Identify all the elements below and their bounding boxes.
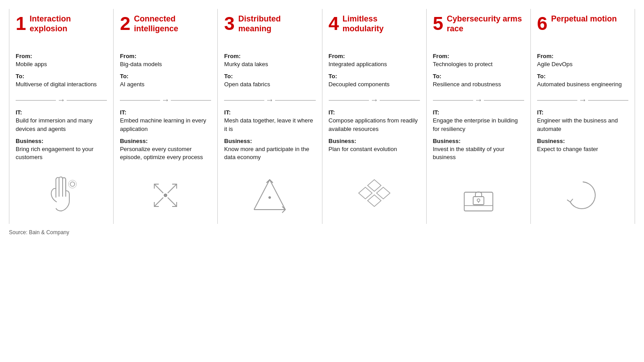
from-text-3: Murky data lakes — [224, 60, 315, 68]
svg-line-10 — [168, 198, 177, 206]
col-header-2: 2 Connected intelligence — [120, 14, 211, 46]
column-4: 4 Limitless modularity From: Integrated … — [322, 9, 427, 224]
it-label-4: IT: — [329, 109, 420, 116]
to-text-5: Resilience and robustness — [433, 80, 524, 88]
col-number-6: 6 — [537, 14, 547, 33]
col-title-5: Cybersecurity arms race — [447, 14, 524, 34]
to-text-3: Open data fabrics — [224, 80, 315, 88]
main-grid: 1 Interaction explosion From: Mobile app… — [9, 9, 635, 224]
svg-point-23 — [477, 199, 480, 202]
business-text-1: Bring rich engagement to your customers — [16, 145, 107, 161]
col-title-6: Perpetual motion — [551, 14, 617, 24]
column-6: 6 Perpetual motion From: Agile DevOps To… — [531, 9, 635, 224]
it-label-3: IT: — [224, 109, 315, 116]
svg-marker-17 — [377, 187, 390, 199]
from-text-2: Big-data models — [120, 60, 211, 68]
it-text-3: Mesh data together, leave it where it is — [224, 117, 315, 133]
business-label-2: Business: — [120, 138, 211, 144]
from-label-3: From: — [224, 53, 315, 59]
col-title-2: Connected intelligence — [134, 14, 212, 34]
business-text-2: Personalize every customer episode, opti… — [120, 145, 211, 161]
col-number-2: 2 — [120, 14, 130, 33]
svg-point-5 — [68, 180, 76, 188]
icon-area-2 — [120, 166, 211, 219]
to-label-5: To: — [433, 73, 524, 80]
svg-line-7 — [154, 184, 163, 193]
business-text-4: Plan for constant evolution — [329, 145, 420, 153]
it-label-6: IT: — [537, 109, 628, 116]
it-label-5: IT: — [433, 109, 524, 116]
to-text-4: Decoupled components — [329, 80, 420, 88]
svg-line-8 — [168, 184, 177, 193]
svg-line-9 — [154, 198, 163, 206]
to-label-2: To: — [120, 73, 211, 80]
chevron-icon-3: ⤑ — [267, 97, 272, 104]
svg-rect-22 — [473, 197, 484, 205]
icon-area-5 — [433, 166, 524, 219]
svg-marker-15 — [368, 180, 381, 191]
it-label-2: IT: — [120, 109, 211, 116]
divider-6: ⤑ — [537, 97, 628, 104]
it-text-5: Engage the enterprise in building for re… — [433, 117, 524, 133]
from-label-4: From: — [329, 53, 420, 59]
divider-3: ⤑ — [224, 97, 315, 104]
chevron-icon-6: ⤑ — [580, 97, 585, 104]
col-header-1: 1 Interaction explosion — [16, 14, 107, 46]
it-label-1: IT: — [16, 109, 107, 116]
col-number-4: 4 — [329, 14, 339, 33]
column-5: 5 Cybersecurity arms race From: Technolo… — [427, 9, 531, 224]
footer-source: Source: Bain & Company — [9, 229, 635, 236]
business-text-6: Expect to change faster — [537, 145, 628, 153]
from-label-2: From: — [120, 53, 211, 59]
svg-marker-16 — [359, 187, 372, 199]
chevron-icon-5: ⤑ — [476, 97, 481, 104]
business-text-5: Invest in the stability of your business — [433, 145, 524, 161]
col-number-3: 3 — [224, 14, 234, 33]
col-number-5: 5 — [433, 14, 443, 33]
it-text-2: Embed machine learning in every applicat… — [120, 117, 211, 133]
icon-area-1 — [16, 166, 107, 219]
from-text-5: Technologies to protect — [433, 60, 524, 68]
icon-area-4 — [329, 166, 420, 219]
business-label-5: Business: — [433, 138, 524, 144]
chevron-icon-2: ⤑ — [163, 97, 168, 104]
col-header-3: 3 Distributed meaning — [224, 14, 315, 46]
chevron-icon-4: ⤑ — [372, 97, 377, 104]
col-header-4: 4 Limitless modularity — [329, 14, 420, 46]
col-header-5: 5 Cybersecurity arms race — [433, 14, 524, 46]
from-label-5: From: — [433, 53, 524, 59]
svg-point-14 — [269, 197, 271, 198]
from-text-1: Mobile apps — [16, 60, 107, 68]
to-text-6: Automated business engineering — [537, 80, 628, 88]
icon-area-6 — [537, 166, 628, 219]
business-label-1: Business: — [16, 138, 107, 144]
divider-2: ⤑ — [120, 97, 211, 104]
col-header-6: 6 Perpetual motion — [537, 14, 628, 46]
from-text-4: Integrated applications — [329, 60, 420, 68]
to-text-1: Multiverse of digital interactions — [16, 80, 107, 88]
it-text-1: Build for immersion and many devices and… — [16, 117, 107, 133]
svg-line-13 — [270, 180, 285, 210]
it-text-6: Engineer with the business and automate — [537, 117, 628, 133]
icon-area-3 — [224, 166, 315, 219]
column-1: 1 Interaction explosion From: Mobile app… — [9, 9, 114, 224]
column-2: 2 Connected intelligence From: Big-data … — [114, 9, 218, 224]
col-title-3: Distributed meaning — [238, 14, 316, 34]
svg-point-6 — [164, 194, 167, 197]
divider-1: ⤑ — [16, 97, 107, 104]
svg-marker-18 — [368, 195, 381, 206]
svg-line-11 — [254, 180, 270, 210]
col-title-1: Interaction explosion — [30, 14, 107, 34]
divider-4: ⤑ — [329, 97, 420, 104]
col-number-1: 1 — [16, 14, 26, 33]
from-label-6: From: — [537, 53, 628, 59]
column-3: 3 Distributed meaning From: Murky data l… — [218, 9, 322, 224]
svg-point-4 — [70, 182, 75, 186]
to-label-3: To: — [224, 73, 315, 80]
business-label-6: Business: — [537, 138, 628, 144]
col-title-4: Limitless modularity — [343, 14, 420, 34]
chevron-icon-1: ⤑ — [59, 97, 64, 104]
to-label-4: To: — [329, 73, 420, 80]
to-label-1: To: — [16, 73, 107, 80]
to-label-6: To: — [537, 73, 628, 80]
